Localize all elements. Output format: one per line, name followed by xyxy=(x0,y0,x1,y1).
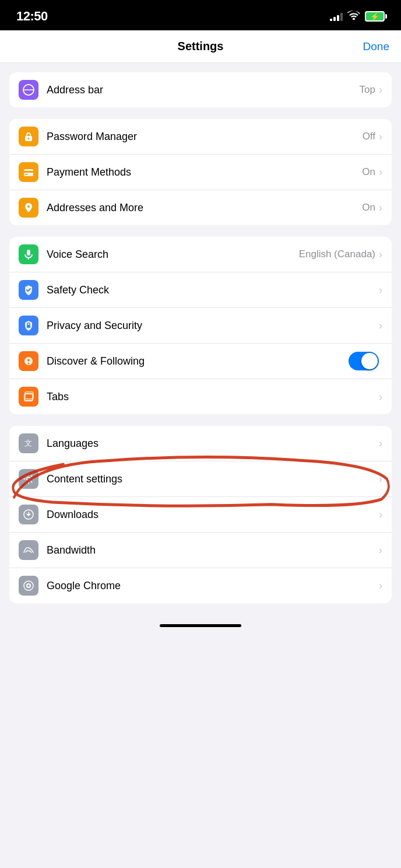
password-manager-chevron-icon: › xyxy=(379,131,382,143)
svg-rect-7 xyxy=(27,250,30,256)
voice-search-value: English (Canada) xyxy=(299,249,375,260)
misc-group: 文 Languages › Content settings › Downloa… xyxy=(9,426,392,603)
payment-methods-label: Payment Methods xyxy=(47,166,362,178)
svg-point-6 xyxy=(27,205,30,208)
addresses-row[interactable]: Addresses and More On › xyxy=(9,190,392,225)
languages-row[interactable]: 文 Languages › xyxy=(9,426,392,461)
content-settings-icon xyxy=(19,469,38,489)
password-manager-label: Password Manager xyxy=(47,131,363,143)
safety-check-label: Safety Check xyxy=(47,284,375,296)
safety-check-icon xyxy=(19,280,38,300)
home-indicator xyxy=(0,612,401,635)
privacy-security-label: Privacy and Security xyxy=(47,320,375,332)
bandwidth-chevron-icon: › xyxy=(379,544,382,556)
languages-icon: 文 xyxy=(19,433,38,453)
privacy-security-row[interactable]: Privacy and Security › xyxy=(9,308,392,344)
addresses-icon xyxy=(19,198,38,218)
address-bar-label: Address bar xyxy=(47,84,360,96)
privacy-group: Voice Search English (Canada) › Safety C… xyxy=(9,237,392,414)
addresses-label: Addresses and More xyxy=(47,202,362,214)
voice-search-icon xyxy=(19,244,38,264)
payment-methods-value: On xyxy=(362,166,375,178)
tabs-label: Tabs xyxy=(47,391,375,403)
tabs-icon xyxy=(19,387,38,407)
nav-bar: Settings Done xyxy=(0,30,401,63)
svg-rect-5 xyxy=(25,174,28,175)
downloads-row[interactable]: Downloads › xyxy=(9,497,392,533)
voice-search-label: Voice Search xyxy=(47,249,299,261)
content-settings-label: Content settings xyxy=(47,473,375,485)
address-bar-icon xyxy=(19,80,38,100)
address-bar-row[interactable]: Address bar Top › xyxy=(9,72,392,107)
tabs-row[interactable]: Tabs › xyxy=(9,379,392,414)
password-manager-value: Off xyxy=(363,131,375,142)
status-time: 12:50 xyxy=(16,9,48,24)
downloads-icon xyxy=(19,505,38,524)
downloads-chevron-icon: › xyxy=(379,509,382,521)
privacy-security-chevron-icon: › xyxy=(379,320,382,332)
languages-label: Languages xyxy=(47,438,375,450)
privacy-security-icon xyxy=(19,316,38,335)
content-settings-chevron-icon: › xyxy=(379,473,382,485)
bandwidth-label: Bandwidth xyxy=(47,544,375,556)
content-settings-row[interactable]: Content settings › xyxy=(9,461,392,497)
safety-check-chevron-icon: › xyxy=(379,284,382,296)
discover-icon xyxy=(19,351,38,371)
svg-rect-13 xyxy=(25,392,33,399)
status-bar: 12:50 ⚡ xyxy=(0,0,401,30)
downloads-label: Downloads xyxy=(47,509,375,521)
safety-check-row[interactable]: Safety Check › xyxy=(9,272,392,308)
voice-search-row[interactable]: Voice Search English (Canada) › xyxy=(9,237,392,272)
google-chrome-row[interactable]: i Google Chrome › xyxy=(9,568,392,603)
addresses-chevron-icon: › xyxy=(379,202,382,214)
svg-point-2 xyxy=(28,138,30,139)
discover-toggle[interactable] xyxy=(349,352,379,370)
google-chrome-chevron-icon: › xyxy=(379,580,382,592)
signal-bars-icon xyxy=(330,12,343,21)
home-bar xyxy=(160,624,241,627)
svg-point-19 xyxy=(27,584,30,587)
password-manager-row[interactable]: Password Manager Off › xyxy=(9,119,392,155)
wifi-icon xyxy=(347,10,360,22)
svg-rect-12 xyxy=(24,394,33,401)
bandwidth-icon xyxy=(19,540,38,560)
address-bar-chevron-icon: › xyxy=(379,84,382,96)
address-bar-group: Address bar Top › xyxy=(9,72,392,107)
tabs-chevron-icon: › xyxy=(379,391,382,403)
done-button[interactable]: Done xyxy=(363,40,389,53)
svg-rect-4 xyxy=(24,171,33,173)
discover-following-row[interactable]: Discover & Following xyxy=(9,344,392,379)
status-icons: ⚡ xyxy=(330,10,385,22)
autofill-group: Password Manager Off › Payment Methods O… xyxy=(9,119,392,225)
settings-content: Address bar Top › Password Manager Off ›… xyxy=(0,63,401,612)
svg-point-11 xyxy=(28,363,30,365)
google-chrome-label: Google Chrome xyxy=(47,580,375,592)
google-chrome-icon: i xyxy=(19,576,38,596)
payment-methods-row[interactable]: Payment Methods On › xyxy=(9,155,392,190)
svg-rect-9 xyxy=(27,325,30,328)
password-manager-icon xyxy=(19,127,38,146)
addresses-value: On xyxy=(362,202,375,214)
discover-label: Discover & Following xyxy=(47,355,349,368)
payment-methods-chevron-icon: › xyxy=(379,166,382,178)
toggle-thumb xyxy=(361,353,378,369)
page-title: Settings xyxy=(178,40,224,53)
payment-methods-icon xyxy=(19,162,38,182)
address-bar-value: Top xyxy=(360,84,375,96)
voice-search-chevron-icon: › xyxy=(379,249,382,261)
svg-text:文: 文 xyxy=(24,439,32,447)
battery-icon: ⚡ xyxy=(365,11,385,22)
svg-point-15 xyxy=(27,477,30,481)
languages-chevron-icon: › xyxy=(379,438,382,450)
bandwidth-row[interactable]: Bandwidth › xyxy=(9,533,392,568)
